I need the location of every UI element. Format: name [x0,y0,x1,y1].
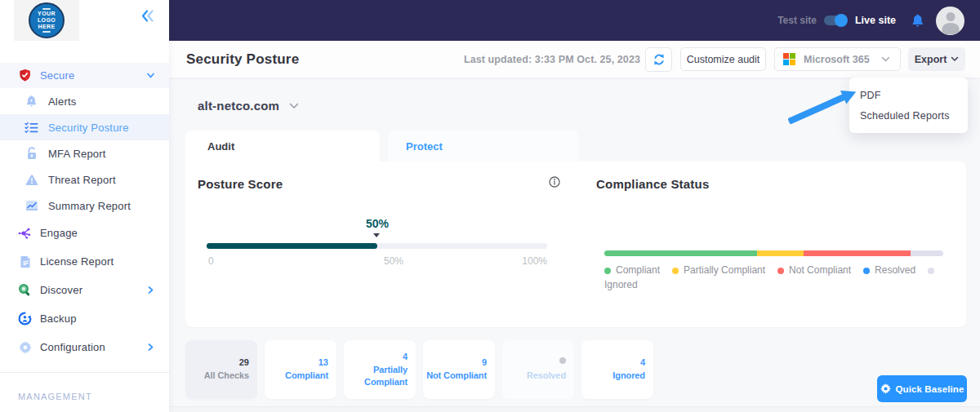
summary-card-ignored[interactable]: 4Ignored [581,340,653,399]
sidebar-item-engage[interactable]: Engage [0,219,169,247]
bell-icon [24,95,38,109]
quick-baseline-button[interactable]: Quick Baseline [877,375,967,402]
domain-name: alt-netco.com [198,99,279,113]
legend-dot-compliant [604,268,611,274]
legend-label-partially-compliant: Partially Compliant [684,264,765,278]
customize-audit-button[interactable]: Customize audit [680,47,766,71]
posture-score-scale: 050%100% [207,255,547,267]
sidebar-item-alerts[interactable]: Alerts [0,88,169,114]
resolved-dot [559,357,566,364]
summary-card-resolved[interactable]: Resolved [502,340,574,399]
summary-card-partially-compliant[interactable]: 4Partially Compliant [344,340,416,399]
export-menu: PDFScheduled Reports [849,78,968,133]
logo-line2: LOGO [38,17,56,24]
segment-ignored [911,250,943,256]
posture-score-title: Posture Score [198,177,283,191]
segment-not-compliant [804,250,911,256]
posture-score-value: 50% [353,217,402,230]
network-icon [18,226,32,240]
legend-dot-not-compliant [777,268,784,274]
live-site-label: Live site [855,15,896,26]
export-chevron-icon [951,56,959,62]
info-icon[interactable] [549,176,560,191]
summary-card-compliant[interactable]: 13Compliant [265,340,336,399]
gear-icon [880,383,891,394]
bottom-strip [169,406,980,412]
logo-line1: YOUR [38,11,56,17]
backup-icon [18,312,32,326]
sidebar-divider [0,372,169,373]
sidebar-item-discover[interactable]: Discover [0,276,169,304]
legend-label-ignored: Ignored [604,278,638,293]
sidebar-item-threat-report[interactable]: Threat Report [0,166,169,193]
sidebar-section-management: MANAGEMENT [18,392,92,401]
page-header: Security Posture Last updated: 3:33 PM O… [169,41,980,78]
sidebar: YOUR LOGO HERE SecureAlertsSecurity Post… [0,0,169,412]
export-menu-item-scheduled-reports[interactable]: Scheduled Reports [849,105,968,126]
tabs: AuditProtect [185,131,578,162]
summary-cards: 29All Checks13Compliant4Partially Compli… [185,340,653,399]
platform-select-value: Microsoft 365 [804,54,870,65]
sidebar-item-license-report[interactable]: $License Report [0,247,169,276]
microsoft-logo-icon [783,53,795,65]
export-menu-item-pdf[interactable]: PDF [849,85,968,105]
posture-card: Posture Score Compliance Status 50% 050%… [185,162,966,327]
site-toggle[interactable] [824,16,846,25]
chevron-right-icon [146,343,155,352]
warning-icon [24,173,38,187]
sidebar-item-mfa-report[interactable]: MFA Report [0,140,169,166]
compliance-bar [604,250,943,256]
lock-icon [24,147,38,161]
legend-dot-partially-compliant [672,268,679,274]
logo-line3: HERE [38,24,55,30]
sidebar-item-backup[interactable]: Backup [0,304,169,333]
legend-label-compliant: Compliant [616,264,660,278]
sidebar-item-configuration[interactable]: Configuration [0,333,169,361]
summary-card-not-compliant[interactable]: 9Not Compliant [423,340,495,399]
topbar: Test site Live site [169,0,980,41]
compliance-status-title: Compliance Status [596,177,709,191]
user-avatar[interactable] [936,7,964,35]
export-button[interactable]: Export [908,47,965,71]
legend-label-resolved: Resolved [875,264,915,278]
posture-score-marker [373,233,380,237]
legend-label-not-compliant: Not Compliant [789,264,851,278]
search-icon [18,283,32,297]
domain-selector[interactable]: alt-netco.com [198,99,299,113]
legend-dot-ignored [928,268,934,274]
platform-select-chevron-icon [881,56,890,62]
compliance-legend: CompliantPartially CompliantNot Complian… [604,264,951,292]
notifications-bell-icon[interactable] [911,13,924,28]
shield-icon [18,69,32,82]
chevron-down-icon [146,71,155,80]
logo-badge: YOUR LOGO HERE [29,2,65,38]
sidebar-item-security-posture[interactable]: Security Posture [0,114,169,140]
chart-icon [24,199,38,213]
domain-chevron-icon [289,103,299,109]
checklist-icon [24,121,38,135]
sidebar-item-summary-report[interactable]: Summary Report [0,193,169,219]
tab-audit[interactable]: Audit [185,131,380,162]
page-title: Security Posture [186,51,299,68]
gear-icon [18,340,32,354]
test-site-label: Test site [777,15,817,26]
last-updated-text: Last updated: 3:33 PM Oct. 25, 2023 [464,54,640,65]
legend-dot-resolved [863,268,870,274]
posture-score-fill [207,243,377,249]
posture-score-bar [207,243,547,249]
platform-select[interactable]: Microsoft 365 [774,47,901,71]
segment-partially-compliant [757,250,804,256]
invoice-icon: $ [18,255,32,268]
svg-text:$: $ [23,259,26,266]
logo: YOUR LOGO HERE [14,0,79,41]
summary-card-all-checks[interactable]: 29All Checks [185,340,257,399]
sidebar-nav: SecureAlertsSecurity PostureMFA ReportTh… [0,63,169,373]
sidebar-item-secure[interactable]: Secure [0,63,169,88]
segment-compliant [604,250,757,256]
chevron-right-icon [146,286,155,295]
tab-protect[interactable]: Protect [388,131,578,162]
sidebar-collapse-icon[interactable] [141,10,154,25]
refresh-button[interactable] [645,47,672,72]
